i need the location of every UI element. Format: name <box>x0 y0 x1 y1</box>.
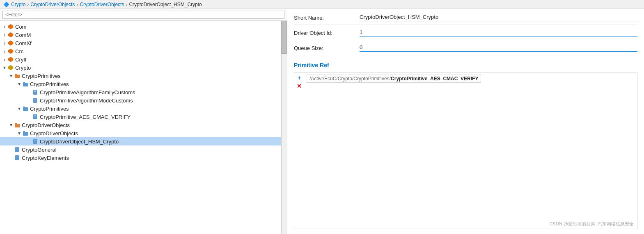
svg-rect-13 <box>33 98 37 103</box>
tree-item-algfamily[interactable]: CryptoPrimitiveAlgorithmFamilyCustoms <box>0 88 281 96</box>
toggle-crypto[interactable]: ▾ <box>2 65 7 70</box>
icon-cryptogeneral <box>14 146 21 153</box>
svg-rect-16 <box>23 107 28 111</box>
driver-object-id-value[interactable]: 1 <box>360 29 637 36</box>
tree-item-cryptoprimitives1[interactable]: ▾ CryptoPrimitives <box>0 72 281 80</box>
tree-item-cryptodriverobject-hsm[interactable]: CryptoDriverObject_HSM_Crypto <box>0 137 281 145</box>
svg-rect-30 <box>16 149 18 149</box>
icon-algmode <box>32 97 39 104</box>
tree-item-cryptodriverobjects1[interactable]: ▾ CryptoDriverObjects <box>0 121 281 129</box>
svg-rect-25 <box>33 139 37 144</box>
tree-area[interactable]: Com ComM ComXf <box>0 21 287 234</box>
tree-label-cryptodriverobject-hsm: CryptoDriverObject_HSM_Crypto <box>40 139 119 145</box>
breadcrumb-sep2: › <box>76 2 78 7</box>
tree-item-cryptoprimitives3[interactable]: ▾ CryptoPrimitives <box>0 105 281 113</box>
icon-cryptoprimitives3 <box>22 105 29 112</box>
icon-cryptoprimitives2 <box>22 81 29 87</box>
toggle-cryptodriverobjects2[interactable]: ▾ <box>16 130 22 136</box>
svg-rect-10 <box>33 90 37 95</box>
toggle-cryptodriverobjects1[interactable]: ▾ <box>8 122 14 128</box>
queue-size-value[interactable]: 0 <box>360 44 637 52</box>
svg-rect-19 <box>34 115 36 116</box>
right-panel: Short Name: CryptoDriverObject_HSM_Crypt… <box>287 9 644 234</box>
tree-label-primitive-aes: CryptoPrimitive_AES_CMAC_VERIFY <box>40 114 131 120</box>
short-name-value[interactable]: CryptoDriverObject_HSM_Crypto <box>360 14 637 21</box>
toggle-comm[interactable] <box>2 32 7 38</box>
driver-object-id-label: Driver Object Id: <box>294 30 360 36</box>
tree-item-cryptogeneral[interactable]: CryptoGeneral <box>0 145 281 154</box>
icon-cryif <box>7 56 14 63</box>
tree-item-primitive-aes[interactable]: CryptoPrimitive_AES_CMAC_VERIFY <box>0 113 281 121</box>
svg-rect-15 <box>34 100 36 100</box>
toggle-cryptoprimitives1[interactable]: ▾ <box>8 73 14 79</box>
scrollbar-track[interactable] <box>281 21 287 234</box>
tree-item-cryptodriverobjects2[interactable]: ▾ CryptoDriverObjects <box>0 129 281 137</box>
tree-item-cryptokeyelements[interactable]: CryptoKeyElements <box>0 154 281 162</box>
svg-rect-14 <box>34 99 36 99</box>
queue-size-label: Queue Size: <box>294 45 360 51</box>
tree-label-cryptoprimitives3: CryptoPrimitives <box>30 106 69 112</box>
tree-label-crc: Crc <box>15 48 23 55</box>
tree-label-cryptoprimitives1: CryptoPrimitives <box>22 73 61 79</box>
filter-input[interactable] <box>2 11 284 19</box>
svg-rect-6 <box>15 75 20 78</box>
svg-rect-18 <box>33 114 37 119</box>
tree-label-comxf: ComXf <box>15 40 32 46</box>
scrollbar-thumb[interactable] <box>281 21 287 54</box>
svg-rect-28 <box>15 147 19 152</box>
toggle-cryptoprimitives2[interactable]: ▾ <box>16 81 22 87</box>
svg-rect-27 <box>34 141 36 141</box>
breadcrumb-current: CryptoDriverObject_HSM_Crypto <box>129 2 202 7</box>
toggle-com[interactable] <box>2 24 7 30</box>
ref-path-prefix: /ActiveEcuC/Crypto/CryptoPrimitives/ <box>309 76 391 82</box>
icon-comxf <box>7 40 14 46</box>
remove-ref-button[interactable]: ✕ <box>296 83 303 89</box>
breadcrumb-cryptodriverobjects1[interactable]: CryptoDriverObjects <box>30 2 75 7</box>
svg-rect-29 <box>16 148 18 148</box>
tree-label-cryptodriverobjects2: CryptoDriverObjects <box>30 130 78 136</box>
tree-label-comm: ComM <box>15 32 31 38</box>
ref-path-bold: CryptoPrimitive_AES_CMAC_VERIFY <box>391 76 478 82</box>
svg-rect-21 <box>15 124 20 127</box>
tree-item-crypto[interactable]: ▾ Crypto <box>0 64 281 72</box>
toggle-crc[interactable] <box>2 48 7 54</box>
toggle-primitive-aes <box>26 114 32 120</box>
toggle-cryptoprimitives3[interactable]: ▾ <box>16 106 22 111</box>
toggle-cryif[interactable] <box>2 57 7 62</box>
tree-item-cryif[interactable]: CryIf <box>0 55 281 64</box>
tree-item-algmode[interactable]: CryptoPrimitiveAlgorithmModeCustoms <box>0 96 281 105</box>
primitive-ref-section: Primitive Ref + ✕ /ActiveEcuC/Crypto/Cry… <box>294 59 637 229</box>
toggle-cryptogeneral <box>8 147 14 152</box>
tree-item-comxf[interactable]: ComXf <box>0 39 281 47</box>
tree-label-algfamily: CryptoPrimitiveAlgorithmFamilyCustoms <box>40 89 135 95</box>
svg-rect-26 <box>34 140 36 140</box>
breadcrumb-sep1: › <box>27 2 29 7</box>
icon-primitive-aes <box>32 114 39 120</box>
toggle-algfamily <box>26 89 32 95</box>
icon-com <box>7 23 14 30</box>
tree-item-cryptoprimitives2[interactable]: ▾ CryptoPrimitives <box>0 80 281 88</box>
svg-rect-31 <box>15 155 19 160</box>
svg-rect-22 <box>15 123 17 124</box>
tree-item-comm[interactable]: ComM <box>0 31 281 39</box>
tree-content: Com ComM ComXf <box>0 21 287 164</box>
svg-rect-8 <box>23 83 28 86</box>
toggle-comxf[interactable] <box>2 40 7 46</box>
icon-cryptokeyelements <box>14 154 21 161</box>
svg-marker-5 <box>8 65 13 70</box>
left-panel: Com ComM ComXf <box>0 9 287 234</box>
add-ref-button[interactable]: + <box>296 75 303 81</box>
tree-item-com[interactable]: Com <box>0 23 281 31</box>
ref-table-area: + ✕ /ActiveEcuC/Crypto/CryptoPrimitives/… <box>294 73 637 229</box>
toggle-cryptokeyelements <box>8 155 14 161</box>
breadcrumb-cryptodriverobjects2[interactable]: CryptoDriverObjects <box>80 2 124 7</box>
svg-rect-12 <box>34 91 36 92</box>
ref-row[interactable]: /ActiveEcuC/Crypto/CryptoPrimitives/Cryp… <box>294 73 637 84</box>
icon-crc <box>7 48 14 55</box>
primitive-ref-title: Primitive Ref <box>294 62 637 68</box>
filter-bar <box>0 9 287 21</box>
breadcrumb-icon: 🔷 <box>3 2 9 7</box>
tree-item-crc[interactable]: Crc <box>0 47 281 55</box>
breadcrumb: 🔷 Crypto › CryptoDriverObjects › CryptoD… <box>0 0 644 9</box>
breadcrumb-crypto[interactable]: Crypto <box>11 2 25 7</box>
